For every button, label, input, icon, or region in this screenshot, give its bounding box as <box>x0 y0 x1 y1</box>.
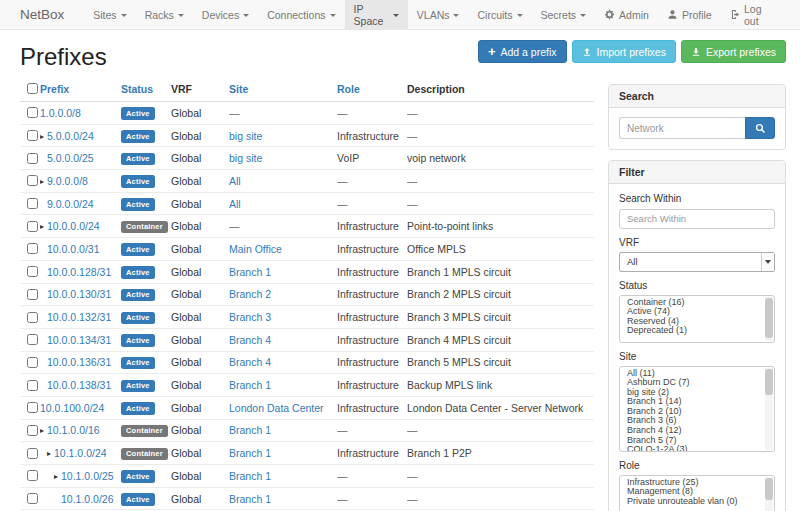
status-badge: Active <box>121 334 155 347</box>
app-brand[interactable]: NetBox <box>20 0 64 29</box>
export-prefixes-button[interactable]: Export prefixes <box>681 40 786 63</box>
site-link[interactable]: Branch 1 <box>229 470 271 482</box>
select-all-checkbox[interactable] <box>27 83 38 94</box>
nav-item-label: VLANs <box>417 9 450 21</box>
site-link[interactable]: Main Office <box>229 243 282 255</box>
scrollbar[interactable] <box>765 477 773 511</box>
prefix-link[interactable]: 10.0.0.0/31 <box>47 243 100 255</box>
site-link[interactable]: Branch 1 <box>229 379 271 391</box>
site-link[interactable]: Branch 1 <box>229 447 271 459</box>
row-checkbox[interactable] <box>27 289 38 300</box>
prefix-link[interactable]: 10.0.0.132/31 <box>47 311 111 323</box>
row-checkbox-cell <box>20 289 40 300</box>
site-link[interactable]: All <box>229 198 241 210</box>
row-checkbox[interactable] <box>27 198 38 209</box>
column-header-status[interactable]: Status <box>121 83 171 95</box>
nav-item-label: Circuits <box>477 9 512 21</box>
search-button[interactable] <box>745 117 775 139</box>
row-checkbox[interactable] <box>27 493 38 504</box>
row-checkbox[interactable] <box>27 425 38 436</box>
filter-option[interactable]: Deprecated (1) <box>620 326 774 336</box>
row-checkbox[interactable] <box>27 334 38 345</box>
description-cell: Branch 5 MPLS circuit <box>407 356 594 368</box>
nav-item-vlans[interactable]: VLANs <box>408 0 469 29</box>
site-link[interactable]: Branch 2 <box>229 288 271 300</box>
scrollbar[interactable] <box>765 297 773 341</box>
prefix-link[interactable]: 10.0.100.0/24 <box>40 402 104 414</box>
row-checkbox[interactable] <box>27 153 38 164</box>
nav-item-devices[interactable]: Devices <box>193 0 258 29</box>
site-link[interactable]: big site <box>229 130 262 142</box>
scrollbar-thumb[interactable] <box>765 369 773 395</box>
nav-item-ip-space[interactable]: IP Space <box>345 0 408 29</box>
row-checkbox[interactable] <box>27 312 38 323</box>
import-prefixes-label: Import prefixes <box>597 46 666 58</box>
column-header-role[interactable]: Role <box>337 83 407 95</box>
scrollbar[interactable] <box>765 368 773 450</box>
prefix-link[interactable]: 10.0.0.136/31 <box>47 356 111 368</box>
site-link[interactable]: London Data Center <box>229 402 324 414</box>
row-checkbox[interactable] <box>27 402 38 413</box>
search-within-input[interactable] <box>619 209 775 229</box>
scrollbar-thumb[interactable] <box>765 478 773 500</box>
add-prefix-label: Add a prefix <box>500 46 556 58</box>
scrollbar-thumb[interactable] <box>765 298 773 338</box>
site-link[interactable]: Branch 4 <box>229 356 271 368</box>
prefix-link[interactable]: 1.0.0.0/8 <box>40 107 81 119</box>
row-checkbox[interactable] <box>27 266 38 277</box>
nav-item-secrets[interactable]: Secrets <box>532 0 596 29</box>
vrf-select[interactable]: All <box>619 252 775 272</box>
table-row: ▸10.1.0.0/16ContainerGlobalBranch 1—— <box>20 420 594 443</box>
row-checkbox[interactable] <box>27 243 38 254</box>
row-checkbox[interactable] <box>27 380 38 391</box>
filter-option[interactable]: COLO-1-2A (3) <box>620 445 774 451</box>
prefix-link[interactable]: 9.0.0.0/24 <box>47 198 94 210</box>
logout-link[interactable]: Log out <box>721 0 786 29</box>
profile-link[interactable]: Profile <box>658 0 721 29</box>
prefix-cell: 10.0.0.134/31 <box>40 334 121 346</box>
column-header-site[interactable]: Site <box>229 83 337 95</box>
site-cell: All <box>229 175 337 187</box>
site-link[interactable]: Branch 3 <box>229 311 271 323</box>
prefix-link[interactable]: 10.0.0.134/31 <box>47 334 111 346</box>
add-prefix-button[interactable]: + Add a prefix <box>478 40 567 63</box>
site-cell: big site <box>229 130 337 142</box>
admin-link[interactable]: Admin <box>595 0 658 29</box>
site-link[interactable]: Branch 1 <box>229 424 271 436</box>
site-link[interactable]: big site <box>229 152 262 164</box>
nav-item-racks[interactable]: Racks <box>136 0 193 29</box>
site-link[interactable]: Branch 4 <box>229 334 271 346</box>
column-header-prefix[interactable]: Prefix <box>40 83 121 95</box>
import-prefixes-button[interactable]: Import prefixes <box>572 40 676 63</box>
nav-item-circuits[interactable]: Circuits <box>468 0 531 29</box>
row-checkbox[interactable] <box>27 175 38 186</box>
nav-item-sites[interactable]: Sites <box>84 0 135 29</box>
prefix-link[interactable]: 10.1.0.0/25 <box>61 470 114 482</box>
status-badge: Active <box>121 493 155 506</box>
row-checkbox[interactable] <box>27 221 38 232</box>
site-link[interactable]: Branch 1 <box>229 266 271 278</box>
prefix-link[interactable]: 5.0.0.0/25 <box>47 152 94 164</box>
row-checkbox[interactable] <box>27 448 38 459</box>
row-checkbox[interactable] <box>27 130 38 141</box>
site-link[interactable]: Branch 1 <box>229 493 271 505</box>
row-checkbox[interactable] <box>27 357 38 368</box>
filter-option[interactable]: Private unrouteable vlan (0) <box>620 497 774 507</box>
prefix-link[interactable]: 10.0.0.0/24 <box>47 220 100 232</box>
row-checkbox[interactable] <box>27 107 38 118</box>
prefix-link[interactable]: 10.1.0.0/24 <box>54 447 107 459</box>
empty-dash: — <box>407 198 418 210</box>
status-label: Status <box>619 280 775 292</box>
prefix-link[interactable]: 10.0.0.130/31 <box>47 288 111 300</box>
prefix-link[interactable]: 9.0.0.0/8 <box>47 175 88 187</box>
nav-item-connections[interactable]: Connections <box>258 0 344 29</box>
prefix-link[interactable]: 10.1.0.0/26 <box>61 493 114 505</box>
site-link[interactable]: All <box>229 175 241 187</box>
prefix-link[interactable]: 5.0.0.0/24 <box>47 130 94 142</box>
prefix-link[interactable]: 10.1.0.0/16 <box>47 424 100 436</box>
search-input[interactable] <box>619 117 745 139</box>
prefix-link[interactable]: 10.0.0.138/31 <box>47 379 111 391</box>
site-cell: Main Office <box>229 243 337 255</box>
row-checkbox[interactable] <box>27 470 38 481</box>
prefix-link[interactable]: 10.0.0.128/31 <box>47 266 111 278</box>
